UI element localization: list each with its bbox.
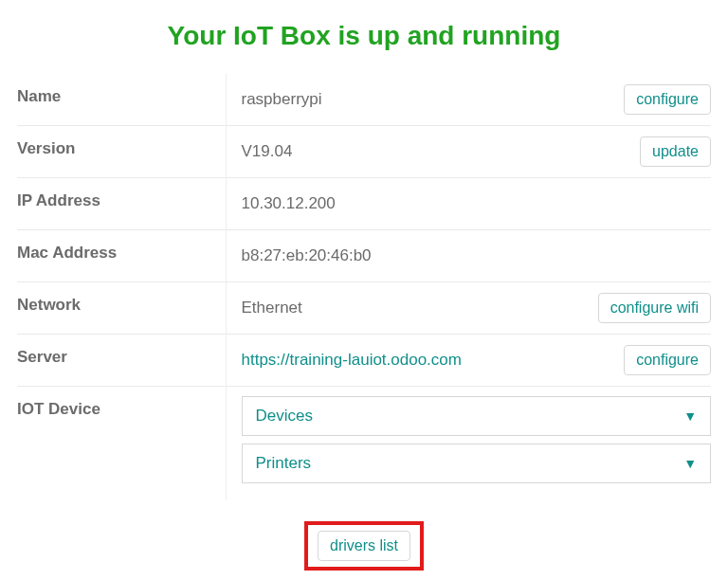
row-server: Server https://training-lauiot.odoo.com … xyxy=(17,335,711,387)
label-mac: Mac Address xyxy=(17,230,226,282)
chevron-down-icon: ▼ xyxy=(683,456,697,471)
drivers-highlight: drivers list xyxy=(304,521,424,571)
configure-name-button[interactable]: configure xyxy=(624,84,711,115)
chevron-down-icon: ▼ xyxy=(683,408,697,424)
configure-wifi-button[interactable]: configure wifi xyxy=(598,293,711,323)
server-link[interactable]: https://training-lauiot.odoo.com xyxy=(242,351,462,370)
value-ip: 10.30.12.200 xyxy=(242,194,336,213)
row-ip: IP Address 10.30.12.200 xyxy=(17,178,711,230)
value-name: raspberrypi xyxy=(242,90,322,109)
label-name: Name xyxy=(17,74,226,126)
drivers-list-button[interactable]: drivers list xyxy=(318,531,410,561)
value-mac: b8:27:eb:20:46:b0 xyxy=(242,246,372,265)
row-version: Version V19.04 update xyxy=(17,126,711,178)
label-ip: IP Address xyxy=(17,178,226,230)
accordion-printers-label: Printers xyxy=(256,454,312,473)
row-network: Network Ethernet configure wifi xyxy=(17,282,711,335)
label-iot-device: IOT Device xyxy=(17,387,226,501)
info-table: Name raspberrypi configure Version V19.0… xyxy=(17,74,711,500)
configure-server-button[interactable]: configure xyxy=(624,345,711,375)
value-version: V19.04 xyxy=(242,142,293,161)
label-network: Network xyxy=(17,282,226,335)
update-button[interactable]: update xyxy=(640,136,711,167)
accordion-devices-label: Devices xyxy=(256,407,313,426)
row-mac: Mac Address b8:27:eb:20:46:b0 xyxy=(17,230,711,282)
page-title: Your IoT Box is up and running xyxy=(17,21,711,51)
value-network: Ethernet xyxy=(242,299,302,317)
accordion-printers[interactable]: Printers ▼ xyxy=(242,444,712,483)
label-version: Version xyxy=(17,126,226,178)
row-name: Name raspberrypi configure xyxy=(17,74,711,126)
label-server: Server xyxy=(17,335,226,387)
row-iot-device: IOT Device Devices ▼ Printers ▼ xyxy=(17,387,711,501)
accordion-devices[interactable]: Devices ▼ xyxy=(242,396,712,436)
drivers-list-container: drivers list xyxy=(17,521,711,571)
